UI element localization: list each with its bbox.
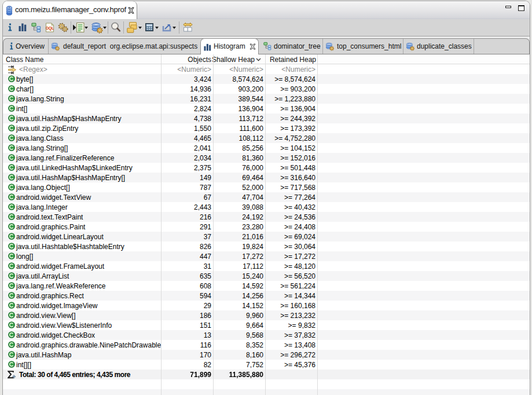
svg-text:OQL: OQL <box>46 26 54 31</box>
